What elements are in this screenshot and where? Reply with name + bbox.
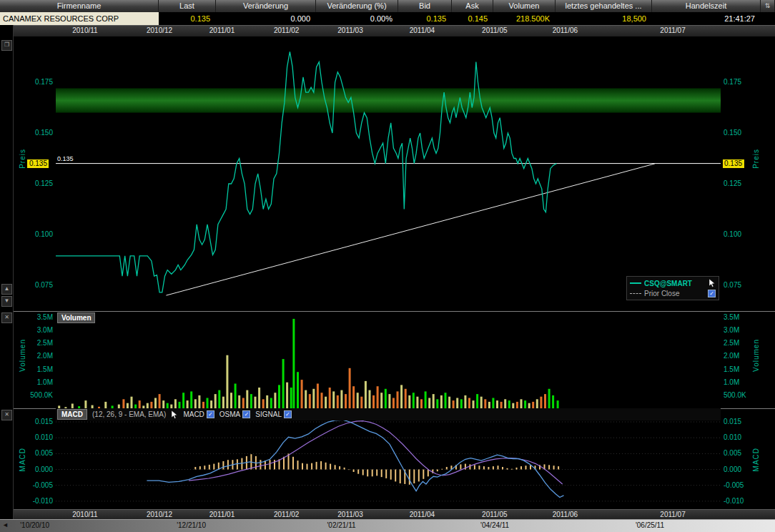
price-axis-tick-right: 0.075 bbox=[724, 281, 758, 290]
time-tick-label: 2011/07 bbox=[660, 511, 685, 518]
volume-axis-tick-left: 1.0M bbox=[14, 378, 53, 387]
signal-toggle-label: SIGNAL bbox=[255, 410, 282, 418]
scroll-up-icon[interactable]: ▲ bbox=[1, 284, 12, 295]
price-axis-title-left: Preis bbox=[19, 149, 26, 169]
price-axis-tick-left: 0.100 bbox=[14, 230, 53, 239]
osma-toggle[interactable]: OSMA ✓ bbox=[219, 410, 250, 418]
price-axis-tick-right: 0.125 bbox=[724, 179, 758, 188]
top-time-axis[interactable]: 2010/112010/122011/012011/022011/032011/… bbox=[0, 25, 775, 36]
quote-value-row: CANAMEX RESOURCES CORP 0.135 0.000 0.00%… bbox=[0, 12, 775, 26]
macd-axis-title-left: MACD bbox=[19, 448, 26, 471]
col-header-handelszeit[interactable]: Handelszeit bbox=[652, 0, 761, 12]
time-tick-label: 2011/05 bbox=[482, 511, 507, 518]
prior-close-checkbox[interactable]: ✓ bbox=[708, 290, 716, 297]
osma-checkbox[interactable]: ✓ bbox=[242, 410, 250, 418]
price-axis-tick-left: 0.075 bbox=[14, 281, 53, 290]
macd-axis-title-right: MACD bbox=[752, 448, 760, 471]
company-name-cell[interactable]: CANAMEX RESOURCES CORP bbox=[0, 12, 159, 25]
price-axis-tick-right: 0.100 bbox=[724, 230, 758, 239]
col-header-veraenderung-pct[interactable]: Veränderung (%) bbox=[316, 0, 398, 12]
volume-axis-title-right: Volumen bbox=[752, 339, 760, 372]
time-tick-label: 2011/01 bbox=[209, 26, 235, 34]
volume-axis-tick-right: 500.0K bbox=[724, 391, 758, 400]
price-axis-title-right: Preis bbox=[752, 149, 760, 169]
col-header-bid[interactable]: Bid bbox=[398, 0, 452, 12]
bottom-time-axis[interactable]: 2010/112010/122011/012011/022011/032011/… bbox=[0, 509, 775, 520]
trade-time-value: 21:41:27 bbox=[652, 12, 761, 25]
scrollbar-date-label: '12/21/10 bbox=[177, 521, 206, 529]
prior-close-chip-right: 0.135 bbox=[723, 159, 744, 168]
legend-item-prior-close[interactable]: Prior Close ✓ bbox=[630, 288, 716, 298]
macd-axis-tick-left: -0.010 bbox=[14, 497, 53, 506]
macd-axis-tick-left: 0.015 bbox=[14, 418, 53, 426]
time-tick-label: 2011/06 bbox=[553, 26, 578, 34]
cursor-icon[interactable] bbox=[171, 410, 178, 419]
col-header-ask[interactable]: Ask bbox=[452, 0, 493, 12]
time-tick-label: 2011/03 bbox=[337, 511, 362, 518]
scrollbar-date-label: '10/20/10 bbox=[20, 521, 49, 529]
col-header-letztes-gehandeltes[interactable]: letztes gehandeltes ... bbox=[556, 0, 652, 12]
macd-toggle-label: MACD bbox=[183, 410, 204, 418]
col-header-veraenderung[interactable]: Veränderung bbox=[216, 0, 316, 12]
macd-axis-tick-left: -0.005 bbox=[14, 481, 53, 490]
col-header-last[interactable]: Last bbox=[159, 0, 216, 12]
time-tick-label: 2011/04 bbox=[410, 511, 435, 518]
time-tick-label: 2011/03 bbox=[337, 26, 362, 34]
price-axis-tick-left: 0.125 bbox=[14, 179, 53, 188]
scrollbar-date-label: '06/25/11 bbox=[636, 521, 664, 529]
last-size-value: 18,500 bbox=[556, 12, 652, 25]
macd-axis-tick-right: 0.015 bbox=[724, 418, 758, 426]
time-tick-label: 2010/11 bbox=[72, 26, 97, 34]
price-legend[interactable]: CSQ@SMART Prior Close ✓ bbox=[626, 276, 719, 300]
scroll-down-icon[interactable]: ▼ bbox=[1, 296, 12, 307]
macd-axis-tick-left: 0.010 bbox=[14, 433, 53, 442]
restore-chart-icon[interactable]: ❐ bbox=[1, 40, 12, 51]
time-tick-label: 2011/07 bbox=[660, 26, 685, 34]
volume-axis-tick-left: 500.0K bbox=[14, 391, 53, 400]
bid-value: 0.135 bbox=[398, 12, 452, 25]
volume-axis-tick-left: 3.5M bbox=[14, 313, 53, 322]
close-macd-panel-icon[interactable]: ✕ bbox=[1, 410, 12, 420]
scrollbar-left-arrow-icon[interactable]: ◄ bbox=[2, 521, 9, 528]
time-tick-label: 2010/12 bbox=[147, 511, 172, 518]
legend-prior-close-label: Prior Close bbox=[644, 290, 705, 297]
time-tick-label: 2011/01 bbox=[209, 511, 235, 518]
cursor-icon[interactable] bbox=[709, 279, 716, 287]
value-row-spacer bbox=[761, 12, 775, 25]
header-scroll-icon[interactable]: ⇅ bbox=[761, 0, 775, 12]
legend-series-label: CSQ@SMART bbox=[644, 280, 706, 287]
time-tick-label: 2011/02 bbox=[274, 511, 299, 518]
volume-chart-plot[interactable] bbox=[56, 311, 721, 408]
time-scrollbar[interactable]: ◄ '10/20/10'12/21/10'02/21/11'04/24/11'0… bbox=[0, 519, 775, 532]
last-value: 0.135 bbox=[159, 12, 216, 25]
signal-toggle[interactable]: SIGNAL ✓ bbox=[255, 410, 292, 418]
change-value: 0.000 bbox=[216, 12, 316, 25]
scrollbar-date-label: '04/24/11 bbox=[480, 521, 509, 529]
legend-item-series[interactable]: CSQ@SMART bbox=[630, 278, 716, 288]
osma-toggle-label: OSMA bbox=[219, 410, 240, 418]
macd-chart-plot[interactable] bbox=[56, 420, 721, 509]
close-volume-panel-icon[interactable]: ✕ bbox=[1, 312, 12, 323]
price-axis-tick-right: 0.175 bbox=[724, 78, 758, 87]
price-axis-tick-right: 0.150 bbox=[724, 129, 758, 137]
macd-toggle[interactable]: MACD ✓ bbox=[183, 410, 214, 418]
prior-close-line-sample bbox=[630, 293, 641, 294]
series-line-sample bbox=[630, 282, 641, 284]
volume-axis-tick-right: 3.0M bbox=[724, 326, 758, 335]
left-toolbar-gutter: ❐ ▲ ▼ ✕ ✕ bbox=[0, 25, 14, 519]
volume-panel-title: Volumen bbox=[57, 312, 95, 323]
macd-panel-title: MACD bbox=[57, 409, 87, 420]
macd-axis-tick-right: 0.010 bbox=[724, 433, 758, 442]
trading-chart-window: Firmenname Last Veränderung Veränderung … bbox=[0, 0, 775, 532]
macd-panel-header: MACD (12, 26, 9 - EMA, EMA) MACD ✓ OSMA … bbox=[56, 408, 721, 420]
col-header-volumen[interactable]: Volumen bbox=[493, 0, 556, 12]
signal-checkbox[interactable]: ✓ bbox=[284, 410, 292, 418]
time-tick-label: 2011/04 bbox=[410, 26, 435, 34]
volume-axis-tick-left: 3.0M bbox=[14, 326, 53, 335]
price-chart-plot[interactable] bbox=[56, 36, 721, 311]
time-tick-label: 2010/11 bbox=[72, 511, 97, 518]
price-axis-tick-left: 0.150 bbox=[14, 129, 53, 137]
change-pct-value: 0.00% bbox=[316, 12, 398, 25]
macd-checkbox[interactable]: ✓ bbox=[207, 410, 214, 418]
col-header-firmenname[interactable]: Firmenname bbox=[0, 0, 159, 12]
